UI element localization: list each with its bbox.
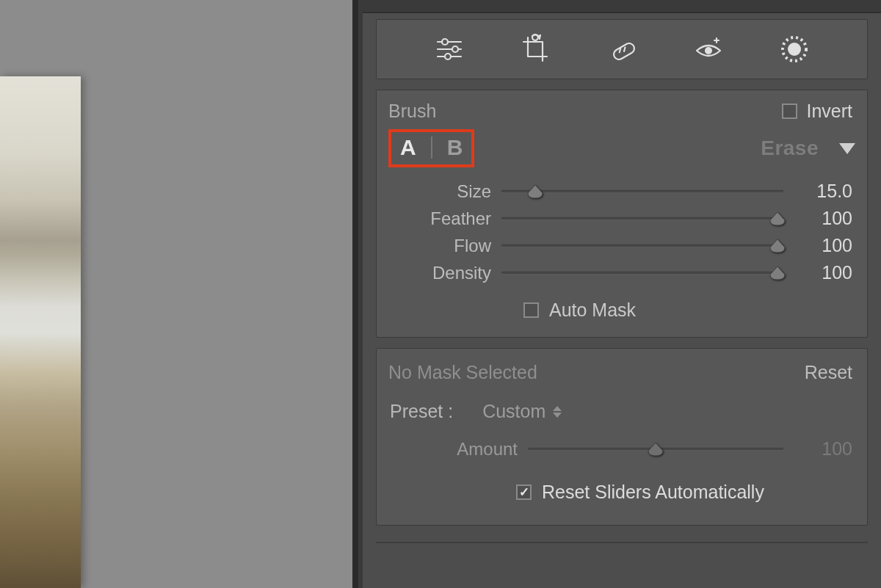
density-value[interactable]: 100 bbox=[794, 262, 852, 283]
feather-slider-row: Feather 100 bbox=[377, 205, 867, 232]
canvas-area bbox=[0, 0, 345, 588]
flow-label: Flow bbox=[388, 236, 491, 256]
svg-point-5 bbox=[445, 54, 451, 59]
collapse-toggle-icon[interactable] bbox=[839, 143, 855, 154]
sliders-icon[interactable] bbox=[430, 30, 468, 68]
size-value[interactable]: 15.0 bbox=[794, 181, 852, 202]
size-slider[interactable] bbox=[501, 185, 783, 198]
amount-slider-row: Amount 100 bbox=[377, 435, 867, 462]
feather-value[interactable]: 100 bbox=[794, 208, 852, 229]
reset-button[interactable]: Reset bbox=[805, 362, 852, 383]
brush-section: Brush Invert A B Erase Size bbox=[376, 90, 868, 338]
radial-mask-icon[interactable] bbox=[775, 30, 813, 68]
density-label: Density bbox=[388, 263, 491, 283]
amount-thumb[interactable] bbox=[647, 442, 664, 457]
flow-thumb[interactable] bbox=[769, 239, 786, 253]
flow-value[interactable]: 100 bbox=[794, 235, 852, 256]
brush-title: Brush bbox=[388, 101, 436, 122]
preset-value: Custom bbox=[482, 401, 545, 422]
density-slider[interactable] bbox=[501, 266, 783, 280]
size-thumb[interactable] bbox=[526, 184, 544, 199]
density-thumb[interactable] bbox=[769, 266, 786, 280]
flow-slider-row: Flow 100 bbox=[377, 232, 867, 259]
svg-point-3 bbox=[452, 46, 458, 52]
brush-b-button[interactable]: B bbox=[447, 135, 463, 160]
density-slider-row: Density 100 bbox=[377, 259, 867, 286]
photo-preview[interactable] bbox=[0, 76, 81, 588]
preset-label: Preset : bbox=[390, 401, 453, 422]
mask-status: No Mask Selected bbox=[388, 362, 537, 383]
invert-label: Invert bbox=[806, 101, 852, 122]
svg-point-13 bbox=[788, 43, 801, 56]
erase-button[interactable]: Erase bbox=[761, 137, 819, 160]
panel-top-strip bbox=[363, 0, 881, 13]
reset-sliders-label: Reset Sliders Automatically bbox=[542, 482, 764, 503]
flow-slider[interactable] bbox=[501, 239, 783, 253]
amount-value[interactable]: 100 bbox=[794, 438, 852, 460]
updown-icon bbox=[553, 406, 562, 418]
brush-ab-highlight: A B bbox=[388, 129, 474, 167]
feather-slider[interactable] bbox=[501, 212, 783, 225]
crop-icon[interactable] bbox=[516, 30, 554, 68]
divider bbox=[376, 542, 868, 543]
invert-checkbox[interactable] bbox=[782, 104, 797, 119]
preset-dropdown[interactable]: Custom bbox=[482, 401, 562, 422]
mask-section: No Mask Selected Reset Preset : Custom A… bbox=[376, 348, 868, 526]
svg-point-9 bbox=[705, 47, 712, 54]
redeye-icon[interactable] bbox=[689, 30, 728, 68]
healing-icon[interactable] bbox=[603, 30, 641, 68]
size-slider-row: Size 15.0 bbox=[377, 178, 867, 205]
reset-sliders-checkbox[interactable] bbox=[516, 484, 532, 500]
feather-thumb[interactable] bbox=[769, 211, 786, 226]
automask-checkbox[interactable] bbox=[523, 302, 539, 318]
automask-label: Auto Mask bbox=[549, 300, 636, 321]
size-label: Size bbox=[388, 181, 491, 202]
svg-line-8 bbox=[623, 48, 626, 51]
right-panel: Brush Invert A B Erase Size bbox=[358, 0, 881, 588]
svg-point-1 bbox=[442, 39, 448, 45]
amount-slider[interactable] bbox=[528, 443, 783, 456]
amount-label: Amount bbox=[388, 439, 518, 460]
brush-a-button[interactable]: A bbox=[400, 135, 416, 160]
brush-ab-separator bbox=[431, 137, 432, 159]
tool-strip bbox=[376, 19, 868, 79]
feather-label: Feather bbox=[388, 208, 491, 229]
